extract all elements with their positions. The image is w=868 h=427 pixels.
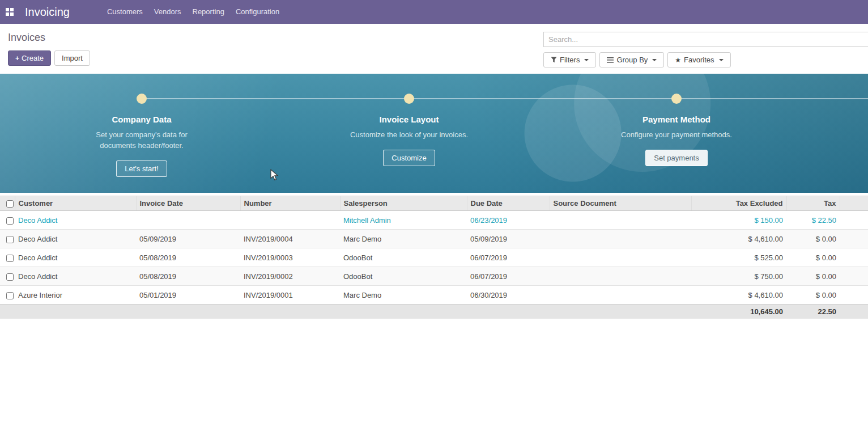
row-select-cell	[0, 267, 15, 286]
onboarding-banner: Company Data Set your company's data for…	[0, 74, 868, 193]
cell-customer[interactable]: Azure Interior	[15, 286, 136, 305]
create-button[interactable]: +Create	[8, 50, 51, 66]
cell-number[interactable]	[240, 211, 340, 230]
cell-tax[interactable]: $ 0.00	[786, 286, 840, 305]
customize-button[interactable]: Customize	[383, 150, 435, 166]
cell-invoice-date[interactable]: 05/08/2019	[136, 267, 240, 286]
cell-tax-excluded[interactable]: $ 150.00	[691, 211, 786, 230]
row-select-cell	[0, 286, 15, 305]
cell-number[interactable]: INV/2019/0001	[240, 286, 340, 305]
app-title[interactable]: Invoicing	[25, 6, 70, 19]
menu-customers[interactable]: Customers	[101, 0, 148, 24]
favorites-button[interactable]: ★ Favorites	[667, 52, 730, 67]
total-tax: 22.50	[786, 305, 840, 319]
step-description: Configure your payment methods.	[613, 129, 741, 140]
col-customer[interactable]: Customer	[15, 196, 136, 211]
group-by-icon	[607, 57, 614, 63]
cell-invoice-date[interactable]: 05/08/2019	[136, 248, 240, 267]
invoices-table: Customer Invoice Date Number Salesperson…	[0, 196, 868, 319]
top-navbar: Invoicing Customers Vendors Reporting Co…	[0, 0, 868, 24]
plus-icon: +	[15, 54, 19, 62]
cell-due-date[interactable]: 06/30/2019	[467, 286, 550, 305]
col-invoice-date[interactable]: Invoice Date	[136, 196, 240, 211]
cell-source-document[interactable]	[550, 267, 691, 286]
control-panel: Invoices +Create Import Filters Group By	[0, 24, 868, 74]
cell-number[interactable]: INV/2019/0004	[240, 230, 340, 248]
mouse-cursor	[270, 169, 280, 183]
cell-invoice-date[interactable]	[136, 211, 240, 230]
onboarding-step-invoice-layout: Invoice Layout Customize the look of you…	[318, 74, 500, 166]
invoice-row[interactable]: Deco Addict 05/08/2019 INV/2019/0003 Odo…	[0, 248, 868, 267]
cell-salesperson[interactable]: Marc Demo	[340, 230, 467, 248]
cell-salesperson[interactable]: Marc Demo	[340, 286, 467, 305]
cell-due-date[interactable]: 06/07/2019	[467, 267, 550, 286]
select-all-cell	[0, 196, 15, 211]
cell-invoice-date[interactable]: 05/09/2019	[136, 230, 240, 248]
onboarding-step-company-data: Company Data Set your company's data for…	[51, 74, 232, 177]
invoice-row[interactable]: Deco Addict 05/09/2019 INV/2019/0004 Mar…	[0, 230, 868, 248]
import-button[interactable]: Import	[54, 50, 90, 66]
invoice-row[interactable]: Azure Interior 05/01/2019 INV/2019/0001 …	[0, 286, 868, 305]
cell-number[interactable]: INV/2019/0002	[240, 267, 340, 286]
cell-due-date[interactable]: 06/07/2019	[467, 248, 550, 267]
col-source-document[interactable]: Source Document	[550, 196, 691, 211]
group-by-button[interactable]: Group By	[599, 52, 664, 67]
cell-tax[interactable]: $ 0.00	[786, 267, 840, 286]
search-input[interactable]	[543, 32, 868, 47]
col-tax[interactable]: Tax	[786, 196, 840, 211]
totals-row: 10,645.00 22.50	[0, 305, 868, 319]
invoice-row[interactable]: Deco Addict 05/08/2019 INV/2019/0002 Odo…	[0, 267, 868, 286]
menu-reporting[interactable]: Reporting	[187, 0, 230, 24]
cell-salesperson[interactable]: OdooBot	[340, 267, 467, 286]
cell-salesperson[interactable]: OdooBot	[340, 248, 467, 267]
invoice-row[interactable]: Deco Addict Mitchell Admin 06/23/2019 $ …	[0, 211, 868, 230]
cell-tax[interactable]: $ 22.50	[786, 211, 840, 230]
row-checkbox[interactable]	[6, 217, 14, 225]
cell-tax-excluded[interactable]: $ 4,610.00	[691, 230, 786, 248]
set-payments-button[interactable]: Set payments	[645, 150, 708, 166]
cell-tax-excluded[interactable]: $ 750.00	[691, 267, 786, 286]
row-checkbox[interactable]	[6, 292, 14, 299]
cell-customer[interactable]: Deco Addict	[15, 248, 136, 267]
row-checkbox[interactable]	[6, 273, 14, 281]
caret-down-icon	[652, 59, 657, 61]
col-tax-excluded[interactable]: Tax Excluded	[691, 196, 786, 211]
cell-source-document[interactable]	[550, 230, 691, 248]
caret-down-icon	[584, 59, 589, 61]
row-checkbox[interactable]	[6, 236, 14, 243]
step-title: Invoice Layout	[318, 115, 500, 124]
cell-due-date[interactable]: 06/23/2019	[467, 211, 550, 230]
cell-customer[interactable]: Deco Addict	[15, 211, 136, 230]
step-title: Company Data	[51, 115, 232, 124]
cell-source-document[interactable]	[550, 211, 691, 230]
row-select-cell	[0, 248, 15, 267]
select-all-checkbox[interactable]	[6, 200, 14, 208]
cell-customer[interactable]: Deco Addict	[15, 230, 136, 248]
filters-button[interactable]: Filters	[543, 52, 596, 67]
row-checkbox[interactable]	[6, 255, 14, 262]
cell-tax-excluded[interactable]: $ 4,610.00	[691, 286, 786, 305]
cell-customer[interactable]: Deco Addict	[15, 267, 136, 286]
cell-invoice-date[interactable]: 05/01/2019	[136, 286, 240, 305]
col-salesperson[interactable]: Salesperson	[340, 196, 467, 211]
step-title: Payment Method	[586, 115, 767, 124]
step-description: Set your company's data for documents he…	[78, 129, 206, 151]
col-due-date[interactable]: Due Date	[467, 196, 550, 211]
cell-tax-excluded[interactable]: $ 525.00	[691, 248, 786, 267]
star-icon: ★	[675, 56, 681, 64]
step-dot	[404, 94, 414, 104]
cell-salesperson[interactable]: Mitchell Admin	[340, 211, 467, 230]
total-tax-excluded: 10,645.00	[691, 305, 786, 319]
cell-tax[interactable]: $ 0.00	[786, 230, 840, 248]
step-description: Customize the look of your invoices.	[346, 129, 473, 140]
cell-source-document[interactable]	[550, 248, 691, 267]
cell-tax[interactable]: $ 0.00	[786, 248, 840, 267]
apps-menu-icon[interactable]	[0, 0, 19, 24]
cell-source-document[interactable]	[550, 286, 691, 305]
cell-due-date[interactable]: 05/09/2019	[467, 230, 550, 248]
col-number[interactable]: Number	[240, 196, 340, 211]
menu-configuration[interactable]: Configuration	[230, 0, 285, 24]
menu-vendors[interactable]: Vendors	[148, 0, 187, 24]
cell-number[interactable]: INV/2019/0003	[240, 248, 340, 267]
lets-start-button[interactable]: Let's start!	[116, 160, 167, 177]
